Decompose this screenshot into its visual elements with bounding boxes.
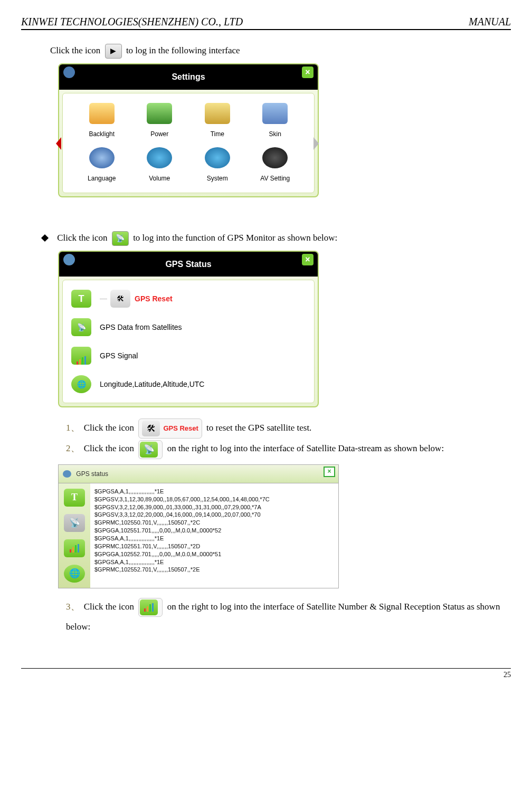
- settings-panel: Settings × Backlight Power Time Skin Lan…: [58, 63, 319, 197]
- close-icon[interactable]: ×: [302, 254, 314, 265]
- prev-arrow-icon[interactable]: [56, 137, 61, 150]
- side-btn-globe[interactable]: 🌐: [64, 565, 85, 583]
- satellite-data-button[interactable]: 📡: [138, 440, 163, 459]
- next-arrow-icon[interactable]: [314, 137, 319, 150]
- page-header: KINWEI TECHNOLOGIES(SHENZHEN) CO., LTD M…: [21, 16, 511, 30]
- signal-bars-icon: [71, 347, 91, 365]
- settings-item-backlight[interactable]: Backlight: [75, 103, 128, 141]
- label: Backlight: [75, 127, 128, 141]
- step-3: 3、 Click the icon on the right to log in…: [66, 597, 511, 636]
- letter-t-icon: T: [71, 290, 91, 308]
- tools-icon: 🛠: [110, 290, 130, 308]
- system-icon: [205, 147, 230, 168]
- connector-line: [100, 299, 107, 299]
- text: to reset the GPS satellite test.: [206, 423, 311, 433]
- settings-item-power[interactable]: Power: [134, 103, 186, 141]
- text: on the right to log into the interface o…: [167, 443, 444, 453]
- text: Click the icon: [84, 602, 137, 612]
- gps-row-data[interactable]: 📡 GPS Data from Satellites: [69, 313, 308, 341]
- step-2: 2、 Click the icon 📡 on the right to log …: [66, 439, 511, 459]
- label: AV Setting: [249, 172, 302, 185]
- side-btn-satellite[interactable]: 📡: [64, 514, 85, 532]
- tools-icon: 🛠: [142, 421, 160, 436]
- gps-reset-button[interactable]: 🛠 GPS Reset: [138, 418, 202, 439]
- globe-icon: 🌐: [71, 375, 91, 393]
- side-btn-signal[interactable]: [64, 539, 85, 557]
- signal-bars-icon: [140, 599, 158, 615]
- skin-icon: [262, 103, 288, 124]
- label: System: [191, 172, 244, 185]
- gps-status-list: T 🛠 GPS Reset 📡 GPS Data from Satellites…: [62, 280, 315, 403]
- settings-item-time[interactable]: Time: [191, 103, 244, 141]
- gps-status-panel: GPS Status × T 🛠 GPS Reset 📡 GPS Data fr…: [58, 251, 319, 407]
- gps-row-signal[interactable]: GPS Signal: [69, 341, 308, 370]
- gps-row-reset[interactable]: T 🛠 GPS Reset: [69, 284, 308, 313]
- arrow-right-icon[interactable]: ▶: [105, 44, 122, 59]
- backlight-icon: [89, 103, 115, 124]
- label: Volume: [134, 172, 186, 185]
- settings-item-skin[interactable]: Skin: [249, 103, 302, 141]
- page-footer: 25: [21, 668, 511, 679]
- gps-status-title-bar: GPS Status ×: [59, 252, 318, 277]
- text: Click the icon: [84, 443, 137, 453]
- step-1: 1、 Click the icon 🛠 GPS Reset to reset t…: [66, 418, 511, 439]
- label: Time: [191, 127, 244, 141]
- label: GPS Reset: [163, 421, 198, 436]
- time-icon: [205, 103, 230, 124]
- settings-item-volume[interactable]: Volume: [134, 147, 186, 185]
- intro-line: Click the icon ▶ to log in the following…: [50, 41, 511, 60]
- label: Longitude,Latitude,Altitude,UTC: [100, 376, 204, 393]
- bullet-diamond-icon: [41, 234, 49, 242]
- label: GPS Reset: [135, 291, 173, 307]
- avsetting-icon: [262, 147, 288, 168]
- settings-item-language[interactable]: Language: [75, 147, 128, 185]
- settings-item-avsetting[interactable]: AV Setting: [249, 147, 302, 185]
- side-btn-t[interactable]: T: [64, 489, 85, 507]
- label: Skin: [249, 127, 302, 141]
- label: GPS Signal: [100, 348, 138, 364]
- close-icon[interactable]: ×: [324, 467, 335, 477]
- gps-data-title-bar: GPS status ×: [59, 465, 338, 483]
- settings-title: Settings: [172, 72, 205, 81]
- label: Language: [75, 172, 128, 185]
- gps-row-coords[interactable]: 🌐 Longitude,Latitude,Altitude,UTC: [69, 370, 308, 398]
- satellite-dish-icon: 📡: [140, 442, 158, 458]
- page-number: 25: [504, 671, 511, 679]
- title: GPS status: [76, 470, 108, 478]
- text: Click the icon: [50, 45, 103, 55]
- language-icon: [89, 147, 115, 168]
- step-number: 2、: [66, 443, 80, 453]
- satellite-dish-icon: 📡: [71, 318, 91, 336]
- satellite-icon: [63, 470, 71, 478]
- side-toolbar: T 📡 🌐: [59, 483, 90, 588]
- label: GPS Data from Satellites: [100, 319, 182, 336]
- text: to log in the following interface: [126, 45, 240, 55]
- step-number: 1、: [66, 423, 80, 433]
- satellite-icon[interactable]: 📡: [112, 231, 129, 246]
- settings-grid: Backlight Power Time Skin Language Volum…: [62, 93, 315, 194]
- company-name: KINWEI TECHNOLOGIES(SHENZHEN) CO., LTD: [21, 16, 243, 28]
- text: to log into the function of GPS Monitor …: [133, 233, 337, 243]
- signal-button[interactable]: [138, 598, 163, 617]
- gps-data-stream-panel: GPS status × T 📡 🌐 $GPGSA,A,1,,,,,,,,,,,…: [58, 464, 339, 588]
- volume-icon: [147, 147, 172, 168]
- bullet-gps-monitor: Click the icon 📡 to log into the functio…: [21, 228, 511, 248]
- text: Click the icon: [84, 423, 137, 433]
- settings-title-bar: Settings ×: [59, 64, 318, 89]
- doc-type: MANUAL: [469, 16, 511, 28]
- settings-item-system[interactable]: System: [191, 147, 244, 185]
- satellite-icon: [63, 254, 75, 265]
- gps-status-title: GPS Status: [165, 260, 211, 269]
- step-number: 3、: [66, 602, 80, 612]
- power-icon: [147, 103, 172, 124]
- text: Click the icon: [57, 233, 110, 243]
- gear-icon: [63, 66, 75, 78]
- close-icon[interactable]: ×: [302, 66, 314, 78]
- label: Power: [134, 127, 186, 141]
- nmea-stream: $GPGSA,A,1,,,,,,,,,,,,,,,,*1E $GPGSV,3,1…: [90, 483, 338, 588]
